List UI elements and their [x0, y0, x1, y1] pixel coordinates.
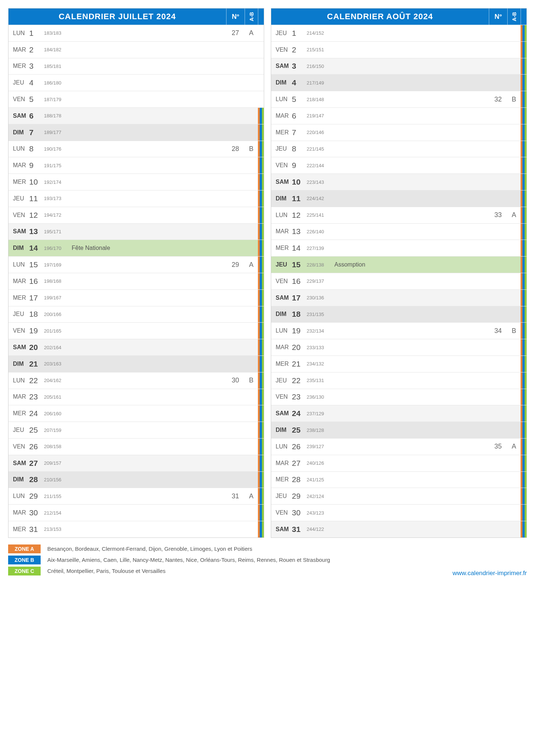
day-number: 7 — [292, 128, 307, 137]
calendar-day-row: LUN 5 218/148 32 B — [271, 91, 527, 107]
zone-stripes — [521, 372, 527, 389]
calendar-day-row: SAM 27 209/157 — [8, 455, 264, 471]
day-number: 12 — [29, 211, 44, 220]
day-ordinal: 192/174 — [44, 179, 72, 185]
calendar-day-row: SAM 17 230/136 — [271, 289, 527, 306]
zone-stripes — [258, 273, 264, 289]
day-number: 27 — [292, 459, 307, 468]
day-number: 31 — [29, 525, 44, 534]
day-ordinal: 201/165 — [44, 328, 72, 334]
calendar-day-row: MAR 9 191/175 — [8, 157, 264, 173]
day-of-week: MER — [271, 476, 292, 483]
calendar-day-row: MER 3 185/181 — [8, 58, 264, 75]
day-of-week: LUN — [271, 212, 292, 219]
week-number: 33 — [489, 211, 507, 219]
day-number: 1 — [292, 29, 307, 38]
calendar-day-row: DIM 4 217/149 — [271, 74, 527, 91]
day-ordinal: 208/158 — [44, 444, 72, 449]
day-of-week: LUN — [8, 30, 29, 37]
zone-stripes — [258, 42, 264, 58]
zone-stripes — [521, 290, 527, 306]
zone-stripes — [258, 240, 264, 256]
calendar-day-row: VEN 16 229/137 — [271, 273, 527, 289]
day-ordinal: 235/131 — [307, 378, 334, 383]
day-number: 14 — [292, 244, 307, 252]
calendar-day-row: DIM 18 231/135 — [271, 306, 527, 323]
day-of-week: DIM — [8, 361, 29, 367]
day-ordinal: 222/144 — [307, 163, 334, 168]
day-number: 16 — [292, 277, 307, 286]
day-of-week: JEU — [8, 79, 29, 86]
day-ordinal: 184/182 — [44, 47, 72, 52]
day-ordinal: 238/128 — [307, 427, 334, 433]
day-of-week: DIM — [271, 195, 292, 202]
legend-row: ZONE A Besançon, Bordeaux, Clermont-Ferr… — [8, 544, 527, 553]
header-ab: A-B — [245, 8, 258, 25]
day-event: Fête Nationale — [72, 245, 226, 251]
ab-cycle: A — [245, 492, 258, 500]
calendar-day-row: MER 7 220/146 — [271, 124, 527, 141]
day-of-week: MAR — [271, 460, 292, 467]
day-of-week: JEU — [271, 261, 292, 268]
day-ordinal: 204/162 — [44, 378, 72, 383]
day-of-week: MAR — [8, 394, 29, 400]
day-number: 20 — [292, 343, 307, 352]
day-ordinal: 190/176 — [44, 146, 72, 152]
calendar-day-row: VEN 9 222/144 — [271, 157, 527, 173]
day-number: 16 — [29, 277, 44, 286]
calendar-month: CALENDRIER JUILLET 2024 N° A-B LUN 1 183… — [8, 8, 264, 538]
day-ordinal: 183/183 — [44, 30, 72, 36]
day-number: 2 — [292, 45, 307, 54]
day-number: 3 — [292, 62, 307, 71]
day-number: 30 — [292, 508, 307, 517]
week-number: 32 — [489, 96, 507, 103]
day-of-week: VEN — [8, 96, 29, 103]
day-ordinal: 198/168 — [44, 278, 72, 284]
calendar-day-row: JEU 18 200/166 — [8, 306, 264, 323]
day-number: 28 — [292, 475, 307, 484]
day-number: 9 — [29, 161, 44, 170]
day-number: 19 — [292, 326, 307, 335]
calendar-day-row: MER 10 192/174 — [8, 173, 264, 190]
header-ab: A-B — [507, 8, 521, 25]
zone-stripes — [521, 141, 527, 157]
day-ordinal: 202/164 — [44, 345, 72, 350]
zone-stripes — [521, 240, 527, 256]
day-ordinal: 207/159 — [44, 427, 72, 433]
day-number: 9 — [292, 161, 307, 170]
zone-cities: Besançon, Bordeaux, Clermont-Ferrand, Di… — [47, 546, 252, 552]
day-number: 5 — [29, 95, 44, 104]
zone-stripes — [521, 75, 527, 91]
day-ordinal: 229/137 — [307, 278, 334, 284]
day-ordinal: 195/171 — [44, 229, 72, 234]
calendar-day-row: JEU 1 214/152 — [271, 25, 527, 41]
day-of-week: SAM — [8, 344, 29, 351]
day-number: 8 — [29, 144, 44, 153]
calendar-day-row: DIM 28 210/156 — [8, 471, 264, 488]
day-ordinal: 191/175 — [44, 163, 72, 168]
calendar-day-row: LUN 8 190/176 28 B — [8, 141, 264, 157]
day-ordinal: 232/134 — [307, 328, 334, 334]
day-ordinal: 237/129 — [307, 411, 334, 416]
day-ordinal: 242/124 — [307, 494, 334, 499]
day-ordinal: 240/126 — [307, 460, 334, 466]
calendar-day-row: MAR 13 226/140 — [271, 223, 527, 240]
calendar-day-row: JEU 4 186/180 — [8, 74, 264, 91]
zone-stripes — [258, 306, 264, 323]
day-event: Assomption — [334, 261, 489, 268]
legend-row: ZONE B Aix-Marseille, Amiens, Caen, Lill… — [8, 556, 527, 564]
header-week-num: N° — [226, 8, 245, 25]
day-of-week: DIM — [271, 311, 292, 317]
ab-cycle: A — [507, 211, 521, 219]
header-zone-stripe — [521, 8, 527, 25]
zone-stripes — [521, 224, 527, 240]
calendar-header: CALENDRIER JUILLET 2024 N° A-B — [8, 8, 264, 25]
day-ordinal: 185/181 — [44, 63, 72, 69]
day-ordinal: 220/146 — [307, 130, 334, 135]
day-of-week: VEN — [271, 47, 292, 53]
calendar-day-row: MAR 30 212/154 — [8, 504, 264, 521]
zone-badge: ZONE B — [8, 556, 41, 564]
zone-stripes — [258, 190, 264, 207]
calendar-day-row: SAM 13 195/171 — [8, 223, 264, 240]
calendar-day-row: VEN 2 215/151 — [271, 41, 527, 58]
